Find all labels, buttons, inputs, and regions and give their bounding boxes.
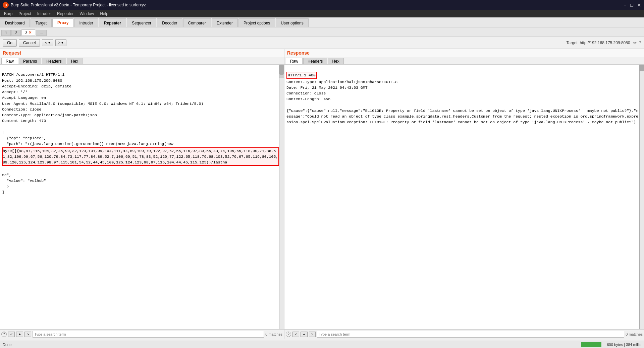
response-search-input[interactable]: [317, 331, 624, 338]
request-search-next[interactable]: >: [24, 332, 31, 337]
forward-button[interactable]: > ▾: [55, 39, 66, 46]
request-line-1: PATCH /customers/1 HTTP/1.1 Host: 192.16…: [2, 72, 203, 146]
menu-intruder[interactable]: Intruder: [35, 11, 54, 17]
help-target-icon[interactable]: ?: [639, 41, 641, 45]
response-title: Response: [287, 50, 310, 56]
req-tab-more[interactable]: ...: [36, 30, 46, 36]
request-search-help-icon[interactable]: ?: [1, 332, 7, 337]
resp-sub-tab-hex[interactable]: Hex: [328, 58, 343, 64]
restore-button[interactable]: □: [631, 2, 633, 8]
tab-repeater[interactable]: Repeater: [99, 18, 126, 27]
request-scrollbar[interactable]: [279, 65, 284, 329]
response-content[interactable]: HTTP/1.1 400 Content-Type: application/h…: [284, 65, 639, 329]
request-tabs: 1 2 3 ✕ ...: [0, 27, 644, 37]
tab-sequencer[interactable]: Sequencer: [127, 18, 156, 27]
status-bar: Done 600 bytes | 384 millis: [0, 341, 644, 348]
status-bytes: 600 bytes | 384 millis: [607, 343, 641, 347]
tab-dashboard[interactable]: Dashboard: [0, 18, 30, 27]
menu-window[interactable]: Window: [77, 11, 97, 17]
main-content: Request Raw Params Headers Hex PATCH /cu…: [0, 49, 644, 339]
request-title: Request: [3, 50, 21, 56]
tab-proxy[interactable]: Proxy: [52, 18, 73, 27]
resp-sub-tab-headers[interactable]: Headers: [303, 58, 327, 64]
sub-tab-params[interactable]: Params: [19, 58, 41, 64]
close-button[interactable]: ✕: [637, 2, 641, 8]
response-search-prev[interactable]: <: [292, 332, 299, 337]
sub-tab-raw[interactable]: Raw: [1, 58, 18, 64]
req-tab-2[interactable]: 2: [11, 30, 21, 36]
menu-bar: Burp Project Intruder Repeater Window He…: [0, 10, 644, 17]
tab-target[interactable]: Target: [31, 18, 52, 27]
status-indicator: [581, 342, 601, 347]
response-search-add[interactable]: +: [301, 332, 307, 337]
request-highlight-payload: byte[]{98,97,115,104,32,45,99,32,123,101…: [2, 147, 279, 166]
target-label: Target: http://192.168.175.209:8080 ✏ ?: [566, 41, 641, 45]
request-search-add[interactable]: +: [16, 332, 23, 337]
go-button[interactable]: Go: [3, 39, 17, 47]
menu-project[interactable]: Project: [16, 11, 34, 17]
toolbar: Go Cancel < ▾ > ▾ Target: http://192.168…: [0, 37, 644, 49]
request-search-bar: ? < + > 0 matches: [0, 329, 284, 339]
request-search-input[interactable]: [33, 331, 264, 338]
tab-project-options[interactable]: Project options: [238, 18, 275, 27]
status-right: 600 bytes | 384 millis: [581, 342, 641, 347]
request-panel-header: Request: [0, 49, 284, 57]
cancel-button[interactable]: Cancel: [19, 39, 40, 47]
tab-extender[interactable]: Extender: [212, 18, 238, 27]
tab-intruder[interactable]: Intruder: [74, 18, 98, 27]
req-tab-3[interactable]: 3 ✕: [21, 29, 35, 36]
response-status-highlight: HTTP/1.1 400: [286, 72, 317, 79]
request-search-prev[interactable]: <: [8, 332, 15, 337]
request-matches-badge: 0 matches: [265, 332, 282, 336]
menu-help[interactable]: Help: [97, 11, 111, 17]
request-line-rest: me", "value": "vulhub" } ]: [2, 173, 46, 195]
title-bar: B Burp Suite Professional v2.0beta - Tem…: [0, 0, 644, 10]
response-matches-badge: 0 matches: [626, 332, 643, 336]
window-title: Burp Suite Professional v2.0beta - Tempo…: [11, 3, 146, 7]
response-search-help-icon[interactable]: ?: [286, 332, 291, 337]
minimize-button[interactable]: −: [624, 2, 626, 8]
sub-tab-headers[interactable]: Headers: [42, 58, 66, 64]
request-panel: Request Raw Params Headers Hex PATCH /cu…: [0, 49, 284, 339]
menu-repeater[interactable]: Repeater: [54, 11, 76, 17]
response-panel: Response Raw Headers Hex HTTP/1.1 400 Co…: [284, 49, 644, 339]
response-search-next[interactable]: >: [309, 332, 316, 337]
tab-user-options[interactable]: User options: [276, 18, 308, 27]
app-logo: B: [3, 2, 9, 8]
tab-comparer[interactable]: Comparer: [183, 18, 211, 27]
request-sub-tab-bar: Raw Params Headers Hex: [0, 57, 284, 65]
main-tab-bar: Dashboard Target Proxy Intruder Repeater…: [0, 17, 644, 27]
request-content[interactable]: PATCH /customers/1 HTTP/1.1 Host: 192.16…: [0, 65, 279, 329]
response-sub-tab-bar: Raw Headers Hex: [284, 57, 644, 65]
sub-tab-hex[interactable]: Hex: [67, 58, 83, 64]
window-controls[interactable]: − □ ✕: [624, 2, 641, 8]
close-tab-3-icon[interactable]: ✕: [29, 30, 32, 35]
response-panel-header: Response: [284, 49, 644, 57]
response-search-bar: ? < + > 0 matches: [284, 329, 644, 339]
req-tab-1[interactable]: 1: [1, 30, 11, 36]
status-done: Done: [3, 343, 11, 347]
response-scrollbar[interactable]: [639, 65, 644, 329]
menu-burp[interactable]: Burp: [1, 11, 15, 17]
edit-target-icon[interactable]: ✏: [633, 41, 637, 45]
response-status-line: HTTP/1.1 400 Content-Type: application/h…: [286, 73, 638, 124]
response-panel-body: HTTP/1.1 400 Content-Type: application/h…: [284, 65, 644, 329]
request-panel-body: PATCH /customers/1 HTTP/1.1 Host: 192.16…: [0, 65, 284, 329]
back-button[interactable]: < ▾: [42, 39, 53, 46]
tab-decoder[interactable]: Decoder: [157, 18, 182, 27]
resp-sub-tab-raw[interactable]: Raw: [286, 58, 303, 64]
